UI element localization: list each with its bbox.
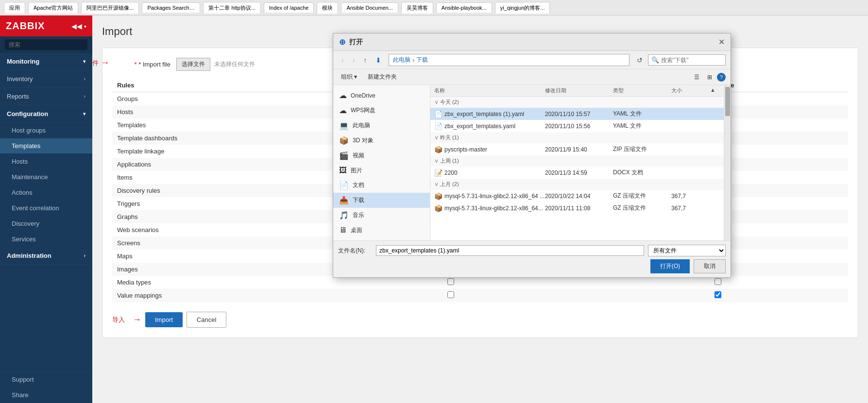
- import-button[interactable]: Import: [145, 312, 183, 327]
- left-panel-item-视频[interactable]: 🎬视频: [333, 148, 430, 163]
- sidebar-item-inventory[interactable]: Inventory ›: [0, 70, 92, 88]
- file-type: ZIP 压缩文件: [613, 145, 671, 153]
- tab-5[interactable]: 第十二章 http协议...: [203, 2, 261, 14]
- create-checkbox[interactable]: [715, 291, 721, 298]
- sidebar-item-monitoring[interactable]: Monitoring ▾: [0, 53, 92, 70]
- sidebar-item-eventcorrelation[interactable]: Event correlation: [0, 201, 92, 216]
- back-button[interactable]: ‹: [338, 55, 347, 66]
- open-button[interactable]: 打开(O): [650, 259, 690, 273]
- file-dialog[interactable]: ⊕ 打开 ✕ ‹ › ↑ ⬇ 此电脑 › 下载 ↺ 🔍 组织 ▾: [333, 33, 731, 278]
- breadcrumb-download[interactable]: 下载: [416, 56, 428, 64]
- dialog-close-button[interactable]: ✕: [718, 37, 725, 47]
- list-item[interactable]: 📦mysql-5.7.31-linux-glibc2.12-x86_64 ...…: [430, 190, 724, 202]
- filetype-select[interactable]: 所有文件: [648, 245, 726, 256]
- cancel-button[interactable]: Cancel: [187, 312, 226, 328]
- folder-icon: 💻: [339, 121, 349, 130]
- list-item[interactable]: 📦mysql-5.7.31-linux-glibc2.12-x86_64... …: [430, 202, 724, 214]
- file-list-header: 名称 修改日期 类型 大小 ▲: [430, 85, 724, 97]
- help-button[interactable]: ?: [717, 73, 726, 82]
- create-checkbox[interactable]: [715, 278, 721, 285]
- sidebar-item-services[interactable]: Services: [0, 232, 92, 247]
- left-panel-item-WPS网盘[interactable]: ☁WPS网盘: [333, 103, 430, 118]
- sidebar-item-administration[interactable]: Administration ›: [0, 247, 92, 265]
- filename-input[interactable]: [376, 245, 644, 256]
- dialog-titlebar: ⊕ 打开 ✕: [333, 34, 731, 51]
- file-name-display: 未选择任何文件: [214, 60, 255, 68]
- download-icon[interactable]: ⬇: [372, 55, 385, 66]
- file-name-cell: 📄zbx_export_templates.yaml: [434, 122, 545, 130]
- file-group-header[interactable]: ∨ 昨天 (1): [430, 132, 724, 143]
- sidebar-item-share[interactable]: Share: [0, 387, 92, 403]
- tab-11[interactable]: yi_qingjun的博客...: [495, 2, 550, 14]
- chevron-down-icon: ▾: [83, 111, 85, 117]
- left-panel-item-下载[interactable]: 📥下载: [333, 193, 430, 208]
- sidebar-nav: Monitoring ▾ Inventory › Reports › Confi…: [0, 53, 92, 371]
- sidebar-item-hostgroups[interactable]: Host groups: [0, 123, 92, 138]
- file-date: 2020/11/9 15:40: [545, 146, 613, 153]
- file-type: GZ 压缩文件: [613, 192, 671, 200]
- sidebar-bottom: Support Share: [0, 371, 92, 403]
- scrollbar-y[interactable]: [724, 85, 731, 240]
- sidebar-item-templates[interactable]: Templates: [0, 138, 92, 154]
- tab-10[interactable]: Ansible-playbook...: [436, 2, 492, 13]
- forward-button[interactable]: ›: [349, 55, 358, 66]
- sidebar-item-maintenance[interactable]: Maintenance: [0, 169, 92, 185]
- refresh-button[interactable]: ↺: [633, 55, 646, 66]
- left-panel-item-OS (C:)[interactable]: 💿OS (C:): [333, 237, 430, 240]
- tab-1[interactable]: 应用: [4, 2, 25, 14]
- sidebar-item-actions[interactable]: Actions: [0, 185, 92, 201]
- table-row: Value mappings: [112, 289, 848, 302]
- view-grid-button[interactable]: ⊞: [704, 73, 715, 82]
- file-type: YAML 文件: [613, 122, 671, 130]
- update-checkbox[interactable]: [447, 291, 454, 298]
- tab-3[interactable]: 阿里巴巴开源镜像...: [81, 2, 139, 14]
- file-icon: 📄: [434, 110, 443, 118]
- sidebar-item-discovery[interactable]: Discovery: [0, 216, 92, 232]
- chevron-right-icon: ›: [84, 253, 85, 258]
- file-name-cell: 📦pyscripts-master: [434, 146, 545, 153]
- view-list-button[interactable]: ☰: [691, 73, 702, 82]
- organize-button[interactable]: 组织 ▾: [338, 72, 360, 82]
- col-type[interactable]: 类型: [613, 87, 671, 94]
- up-button[interactable]: ↑: [360, 55, 370, 66]
- sidebar-search-input[interactable]: [5, 39, 87, 50]
- col-size[interactable]: 大小: [671, 87, 710, 94]
- list-item[interactable]: 📝2200 2020/11/3 14:59 DOCX 文档: [430, 167, 724, 179]
- file-type: GZ 压缩文件: [613, 204, 671, 212]
- tab-9[interactable]: 吴昊博客: [401, 2, 433, 14]
- col-date[interactable]: 修改日期: [545, 87, 613, 94]
- left-panel-item-音乐[interactable]: 🎵音乐: [333, 208, 430, 223]
- sidebar-item-hosts[interactable]: Hosts: [0, 154, 92, 169]
- left-panel-item-文档[interactable]: 📄文档: [333, 178, 430, 193]
- left-panel-item-此电脑[interactable]: 💻此电脑: [333, 118, 430, 133]
- breadcrumb-pc[interactable]: 此电脑: [393, 56, 410, 64]
- sidebar-item-configuration[interactable]: Configuration ▾: [0, 105, 92, 123]
- file-group-header[interactable]: ∨ 今天 (2): [430, 97, 724, 108]
- dialog-cancel-button[interactable]: 取消: [694, 259, 726, 273]
- search-input[interactable]: [661, 57, 719, 64]
- choose-file-button[interactable]: 选择文件: [176, 58, 210, 71]
- file-group: ∨ 今天 (2) 📄zbx_export_templates (1).yaml …: [430, 97, 724, 132]
- list-item[interactable]: 📄zbx_export_templates.yaml 2020/11/10 15…: [430, 120, 724, 132]
- update-checkbox[interactable]: [447, 278, 454, 285]
- tab-2[interactable]: Apache官方网站: [28, 2, 78, 14]
- new-folder-button[interactable]: 新建文件夹: [365, 72, 400, 82]
- file-group-header[interactable]: ∨ 上月 (2): [430, 179, 724, 190]
- left-panel-item-图片[interactable]: 🖼图片: [333, 163, 430, 178]
- tab-4[interactable]: Packages Search -...: [142, 2, 200, 13]
- chevron-down-icon: ▾: [83, 59, 85, 64]
- sidebar-item-support[interactable]: Support: [0, 372, 92, 387]
- rule-name: Media types: [112, 276, 443, 289]
- left-panel-item-桌面[interactable]: 🖥桌面: [333, 223, 430, 237]
- left-panel-item-3D 对象[interactable]: 📦3D 对象: [333, 133, 430, 148]
- tab-6[interactable]: Index of /apache: [264, 2, 314, 13]
- list-item[interactable]: 📦pyscripts-master 2020/11/9 15:40 ZIP 压缩…: [430, 143, 724, 155]
- col-name[interactable]: 名称: [434, 87, 545, 94]
- list-item[interactable]: 📄zbx_export_templates (1).yaml 2020/11/1…: [430, 108, 724, 120]
- sidebar-item-reports[interactable]: Reports ›: [0, 88, 92, 105]
- file-name: mysql-5.7.31-linux-glibc2.12-x86_64 ...: [444, 193, 545, 200]
- tab-8[interactable]: Ansible Documen...: [341, 2, 398, 13]
- left-panel-item-OneDrive[interactable]: ☁OneDrive: [333, 88, 430, 103]
- file-group-header[interactable]: ∨ 上周 (1): [430, 155, 724, 167]
- tab-7[interactable]: 模块: [317, 2, 338, 14]
